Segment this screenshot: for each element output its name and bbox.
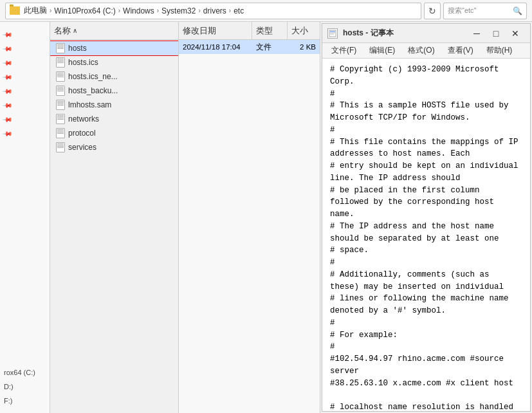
- nav-drive-d[interactable]: D:): [0, 380, 50, 394]
- path-windows[interactable]: Windows: [123, 6, 154, 15]
- maximize-button[interactable]: □: [486, 26, 506, 41]
- menu-edit[interactable]: 编辑(E): [363, 43, 401, 58]
- line-16: #102.54.94.97 rhino.acme.com #source ser…: [330, 353, 522, 378]
- file-item-hosts-ics-ne[interactable]: hosts.ics_ne...: [50, 69, 178, 84]
- pin-icon: 📌: [3, 86, 13, 96]
- meta-row-7: [179, 125, 320, 139]
- file-icon: [55, 86, 66, 96]
- col-name-label: 名称: [54, 25, 71, 37]
- file-item-lmhosts[interactable]: lmhosts.sam: [50, 98, 178, 112]
- search-box[interactable]: 搜索"etc" 🔍: [443, 3, 527, 19]
- line-12: # lines or following the machine name de…: [330, 293, 522, 317]
- line-17: #38.25.63.10 x.acme.com #x client host: [330, 378, 522, 390]
- hosts-type: 文件: [252, 42, 288, 52]
- col-name-header[interactable]: 名称 ∧: [50, 22, 178, 39]
- file-item-networks[interactable]: networks: [50, 112, 178, 126]
- sort-arrow-icon: ∧: [73, 27, 77, 34]
- pin-icon: 📌: [3, 128, 13, 138]
- line-6: # entry should be kept on an individual …: [330, 160, 522, 185]
- nav-pin-6[interactable]: 📌: [0, 98, 50, 112]
- menu-view[interactable]: 查看(V): [441, 43, 480, 58]
- drive-d-label: D:): [4, 383, 14, 390]
- col-size-header[interactable]: 大小: [288, 22, 320, 39]
- pin-icon: 📌: [3, 29, 13, 39]
- notepad-content[interactable]: # Copyright (c) 1993-2009 Microsoft Corp…: [322, 59, 530, 411]
- line-8: # The IP address and the host name shoul…: [330, 221, 522, 245]
- line-7: # be placed in the first column followed…: [330, 185, 522, 221]
- address-actions: ↻: [424, 3, 441, 19]
- col-date-header[interactable]: 修改日期: [179, 22, 252, 39]
- file-name: hosts.ics: [68, 58, 98, 67]
- nav-pin-5[interactable]: 📌: [0, 84, 50, 98]
- path-system32[interactable]: System32: [161, 6, 196, 15]
- file-list: hosts hosts.ics hosts.ics_ne... hosts_ba…: [50, 40, 178, 413]
- file-icon: [55, 128, 66, 138]
- file-item-protocol[interactable]: protocol: [50, 126, 178, 140]
- nav-drive-c[interactable]: rox64 (C:): [0, 365, 50, 380]
- search-placeholder: 搜索"etc": [448, 6, 510, 15]
- meta-row-5: [179, 96, 320, 111]
- pin-icon: 📌: [3, 43, 13, 53]
- line-11: # Additionally, comments (such as these)…: [330, 269, 522, 293]
- notepad-title: hosts - 记事本: [343, 28, 462, 39]
- nav-pin-7[interactable]: 📌: [0, 112, 50, 126]
- meta-row-3: [179, 68, 320, 82]
- path-drive[interactable]: Win10Prox64 (C:): [54, 6, 115, 15]
- nav-pin-2[interactable]: 📌: [0, 41, 50, 55]
- path-etc[interactable]: etc: [234, 6, 244, 15]
- file-icon: [55, 142, 66, 152]
- window-controls: ─ □ ✕: [467, 26, 525, 41]
- file-icon: [55, 57, 66, 68]
- line-10: #: [330, 257, 522, 269]
- meta-col-headers: 修改日期 类型 大小: [179, 22, 320, 40]
- file-item-hosts-ics[interactable]: hosts.ics: [50, 55, 178, 69]
- line-9: # space.: [330, 244, 522, 257]
- file-item-hosts[interactable]: hosts: [50, 41, 178, 55]
- line-1: # Copyright (c) 1993-2009 Microsoft Corp…: [330, 64, 522, 88]
- file-item-services[interactable]: services: [50, 140, 178, 154]
- close-button[interactable]: ✕: [506, 26, 525, 41]
- address-path[interactable]: 此电脑 › Win10Prox64 (C:) › Windows › Syste…: [5, 3, 421, 19]
- pin-icon: 📌: [3, 71, 13, 82]
- notepad-window: hosts - 记事本 ─ □ ✕ 文件(F) 编辑(E) 格式(O) 查看(V…: [322, 23, 531, 412]
- file-name: networks: [68, 115, 99, 124]
- nav-pin-1[interactable]: 📌: [0, 27, 50, 41]
- file-item-hosts-backu[interactable]: hosts_backu...: [50, 84, 178, 98]
- file-name: hosts.ics_ne...: [68, 72, 118, 81]
- line-19: # localhost name resolution is handled w…: [330, 401, 522, 411]
- pin-icon: 📌: [3, 114, 13, 124]
- line-3: # This is a sample HOSTS file used by Mi…: [330, 100, 522, 124]
- meta-row-8: [179, 139, 320, 153]
- menu-help[interactable]: 帮助(H): [480, 43, 519, 58]
- meta-row-hosts: 2024/11/18 17:04 文件 2 KB: [179, 40, 320, 54]
- notepad-titlebar: hosts - 记事本 ─ □ ✕: [322, 24, 530, 43]
- menu-file[interactable]: 文件(F): [325, 43, 363, 58]
- meta-row-2: [179, 54, 320, 68]
- nav-drive-f[interactable]: F:): [0, 394, 50, 408]
- file-icon: [55, 71, 66, 82]
- path-drivers[interactable]: drivers: [203, 6, 226, 15]
- menu-format[interactable]: 格式(O): [401, 43, 441, 58]
- nav-pin-8[interactable]: 📌: [0, 126, 50, 140]
- minimize-button[interactable]: ─: [467, 26, 486, 41]
- notepad-menubar: 文件(F) 编辑(E) 格式(O) 查看(V) 帮助(H): [322, 43, 530, 59]
- drive-f-label: F:): [4, 397, 12, 405]
- file-icon: [55, 114, 66, 124]
- meta-row-4: [179, 82, 320, 96]
- search-icon[interactable]: 🔍: [513, 6, 522, 15]
- file-list-area: 名称 ∧ hosts hosts.ics hos: [50, 22, 179, 413]
- file-name: protocol: [68, 129, 96, 138]
- file-name: hosts: [68, 44, 87, 53]
- path-computer[interactable]: 此电脑: [24, 5, 47, 16]
- refresh-button[interactable]: ↻: [424, 3, 441, 19]
- pin-icon: 📌: [3, 57, 13, 68]
- meta-row-6: [179, 111, 320, 125]
- col-type-header[interactable]: 类型: [252, 22, 288, 39]
- col-type-label: 类型: [256, 25, 273, 37]
- pin-icon: 📌: [3, 100, 13, 110]
- file-name: lmhosts.sam: [68, 100, 111, 109]
- file-icon: [55, 100, 66, 110]
- col-date-label: 修改日期: [183, 25, 216, 37]
- nav-pin-3[interactable]: 📌: [0, 55, 50, 69]
- nav-pin-4[interactable]: 📌: [0, 69, 50, 84]
